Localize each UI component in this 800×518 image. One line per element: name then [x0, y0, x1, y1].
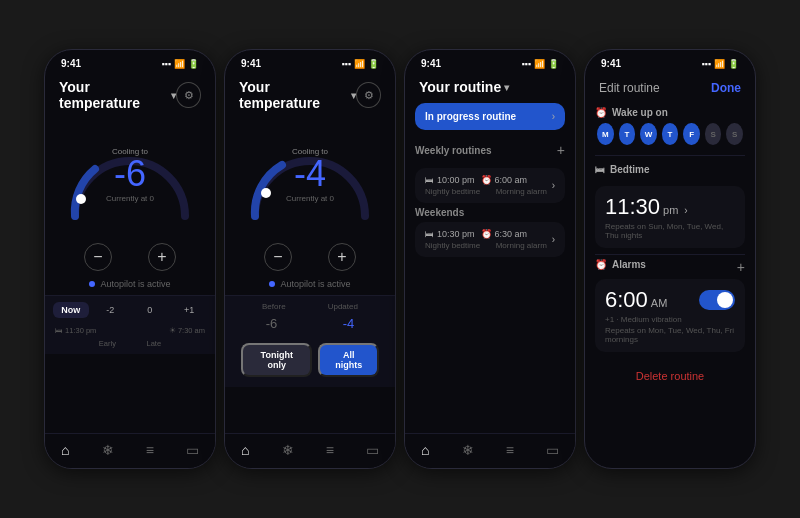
nav-stats-3[interactable]: ▭ [546, 442, 559, 458]
tonight-only-btn[interactable]: Tonight only [241, 343, 312, 377]
day-tue[interactable]: T [619, 123, 636, 145]
phone-2: 9:41 ▪▪▪ 📶 🔋 Your temperature ▾ ⚙ [224, 49, 396, 469]
decrease-btn-2[interactable]: − [264, 243, 292, 271]
nav-home-2[interactable]: ⌂ [241, 442, 249, 458]
status-icons-4: ▪▪▪ 📶 🔋 [701, 59, 739, 69]
weekends-chevron: › [552, 234, 555, 245]
nav-bar-1: ⌂ ❄ ≡ ▭ [45, 433, 215, 468]
nav-bar-2: ⌂ ❄ ≡ ▭ [225, 433, 395, 468]
bedtime-time-display: 11:30 pm › [605, 194, 735, 220]
settings-icon-1[interactable]: ⚙ [176, 82, 201, 108]
tab-zero[interactable]: 0 [132, 302, 168, 318]
autopilot-1: Autopilot is active [45, 277, 215, 295]
wakeup-title: ⏰ Wake up on [595, 107, 745, 118]
status-icons-2: ▪▪▪ 📶 🔋 [341, 59, 379, 69]
nav-menu-1[interactable]: ≡ [146, 442, 154, 458]
temp-header-1: Your temperature ▾ ⚙ [45, 73, 215, 119]
temp-controls-2: − + [225, 239, 395, 277]
weekly-section: Weekly routines + [405, 138, 575, 166]
day-thu[interactable]: T [662, 123, 679, 145]
phone-3: 9:41 ▪▪▪ 📶 🔋 Your routine ▾ In progress … [404, 49, 576, 469]
status-bar-1: 9:41 ▪▪▪ 📶 🔋 [45, 50, 215, 73]
schedule-bar-1: Now -2 0 +1 🛏 11:30 pm ☀ 7:30 am Early L… [45, 295, 215, 354]
alarm-section-header: ⏰ Alarms + [585, 259, 755, 275]
day-wed[interactable]: W [640, 123, 657, 145]
day-fri[interactable]: F [683, 123, 700, 145]
bedtime-card[interactable]: 11:30 pm › Repeats on Sun, Mon, Tue, Wed… [595, 186, 745, 248]
status-bar-3: 9:41 ▪▪▪ 📶 🔋 [405, 50, 575, 73]
autopilot-dot-2 [269, 281, 275, 287]
nav-menu-2[interactable]: ≡ [326, 442, 334, 458]
edit-header-4: Edit routine Done [585, 73, 755, 103]
routine-chevron-3[interactable]: ▾ [504, 82, 509, 93]
settings-icon-2[interactable]: ⚙ [356, 82, 381, 108]
svg-point-0 [76, 194, 86, 204]
schedule-tabs-1: Now -2 0 +1 [53, 302, 207, 318]
status-icons-3: ▪▪▪ 📶 🔋 [521, 59, 559, 69]
phone-1: 9:41 ▪▪▪ 📶 🔋 Your temperature ▾ ⚙ [44, 49, 216, 469]
autopilot-dot-1 [89, 281, 95, 287]
weekends-header: Weekends [415, 207, 565, 218]
svg-point-1 [261, 188, 271, 198]
autopilot-2: Autopilot is active [225, 277, 395, 295]
day-sat[interactable]: S [705, 123, 722, 145]
phone-4: 9:41 ▪▪▪ 📶 🔋 Edit routine Done ⏰ Wake up… [584, 49, 756, 469]
weekends-row[interactable]: 🛏 10:30 pm ⏰ 6:30 am Nightly bedtime [415, 222, 565, 257]
weekly-header: Weekly routines + [415, 142, 565, 158]
alarm-toggle[interactable] [699, 290, 735, 310]
day-mon[interactable]: M [597, 123, 614, 145]
bedtime-title: 🛏 Bedtime [595, 164, 745, 175]
nav-bar-3: ⌂ ❄ ≡ ▭ [405, 433, 575, 468]
time-3: 9:41 [421, 58, 441, 69]
weekdays-chevron: › [552, 180, 555, 191]
weekdays-info: 🛏 10:00 pm ⏰ 6:00 am Nightly bedtime [425, 175, 547, 196]
bedtime-chevron: › [684, 205, 687, 216]
nav-stats-2[interactable]: ▭ [366, 442, 379, 458]
all-nights-btn[interactable]: All nights [318, 343, 379, 377]
alarms-title: ⏰ Alarms [595, 259, 646, 270]
alarm-time-row: 6:00 AM [605, 287, 735, 313]
status-bar-4: 9:41 ▪▪▪ 📶 🔋 [585, 50, 755, 73]
alarm-card: 6:00 AM +1 · Medium vibration Repeats on… [595, 279, 745, 352]
temp-header-2: Your temperature ▾ ⚙ [225, 73, 395, 119]
done-button[interactable]: Done [711, 81, 741, 95]
status-icons-1: ▪▪▪ 📶 🔋 [161, 59, 199, 69]
alarm-add-icon[interactable]: + [737, 259, 745, 275]
sched-labels-before: Before Updated [233, 302, 387, 311]
routine-title-3: Your routine ▾ [419, 79, 509, 95]
increase-btn-2[interactable]: + [328, 243, 356, 271]
nav-home-1[interactable]: ⌂ [61, 442, 69, 458]
nav-temp-1[interactable]: ❄ [102, 442, 114, 458]
schedule-bar-2: Before Updated -6 -4 Tonight only All ni… [225, 295, 395, 387]
nav-temp-3[interactable]: ❄ [462, 442, 474, 458]
gauge-center-2: Cooling to -4 Currently at 0 [286, 147, 334, 203]
delete-routine-btn[interactable]: Delete routine [595, 362, 745, 390]
divider-2 [595, 254, 745, 255]
temp-controls-1: − + [45, 239, 215, 277]
time-1: 9:41 [61, 58, 81, 69]
time-start-1: 🛏 11:30 pm [55, 326, 96, 335]
tab-now[interactable]: Now [53, 302, 89, 318]
nav-temp-2[interactable]: ❄ [282, 442, 294, 458]
sched-labels-1: Early Late [53, 339, 207, 348]
nav-menu-3[interactable]: ≡ [506, 442, 514, 458]
tab-plus1[interactable]: +1 [172, 302, 208, 318]
alarm-time-display: 6:00 AM [605, 287, 667, 313]
sched-time-1: 🛏 11:30 pm ☀ 7:30 am [53, 324, 207, 335]
nav-stats-1[interactable]: ▭ [186, 442, 199, 458]
time-2: 9:41 [241, 58, 261, 69]
tab-minus2[interactable]: -2 [93, 302, 129, 318]
sched-vals-2: -6 -4 [233, 316, 387, 331]
toggle-knob [717, 292, 733, 308]
weekdays-row[interactable]: 🛏 10:00 pm ⏰ 6:00 am Nightly bedtime [415, 168, 565, 203]
bedtime-section-header: 🛏 Bedtime [585, 160, 755, 186]
time-end-1: ☀ 7:30 am [169, 326, 205, 335]
decrease-btn-1[interactable]: − [84, 243, 112, 271]
weekly-add-icon[interactable]: + [557, 142, 565, 158]
routine-header-3: Your routine ▾ [405, 73, 575, 103]
in-progress-banner[interactable]: In progress routine › [415, 103, 565, 130]
temp-title-2: Your temperature ▾ [239, 79, 356, 111]
increase-btn-1[interactable]: + [148, 243, 176, 271]
day-sun[interactable]: S [726, 123, 743, 145]
nav-home-3[interactable]: ⌂ [421, 442, 429, 458]
